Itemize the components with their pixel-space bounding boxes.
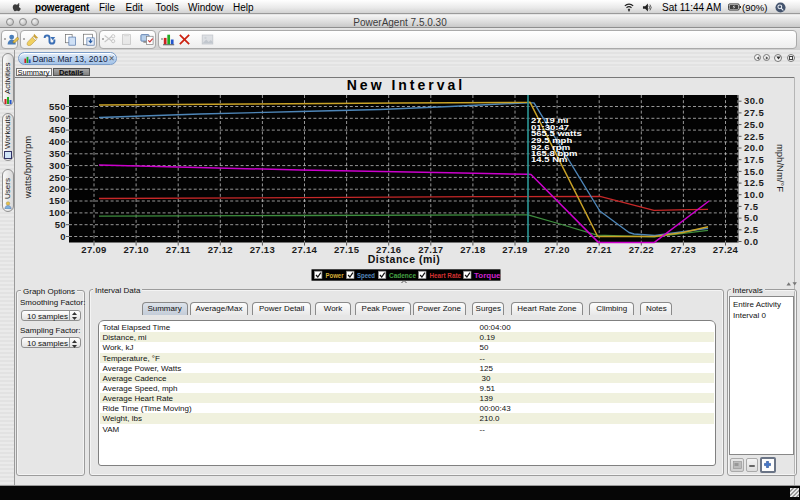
svg-text:20.0: 20.0 [744,142,764,153]
svg-text:27.20: 27.20 [544,244,569,255]
svg-text:Cadence: Cadence [389,271,416,280]
svg-text:27.16: 27.16 [376,244,401,255]
svg-text:10.0: 10.0 [744,189,764,200]
svg-text:watts/bpm/rpm: watts/bpm/rpm [22,136,33,199]
svg-text:27.14: 27.14 [292,244,318,255]
svg-text:27.12: 27.12 [208,244,233,255]
svg-text:7.5: 7.5 [744,201,759,212]
svg-text:Heart Rate: Heart Rate [430,271,462,280]
svg-text:2.5: 2.5 [744,224,759,235]
svg-text:150: 150 [49,195,66,206]
svg-text:15.0: 15.0 [744,166,764,177]
svg-text:27.10: 27.10 [123,244,148,255]
svg-text:Torque: Torque [474,271,501,280]
svg-text:350: 350 [49,148,66,159]
svg-text:27.09: 27.09 [81,244,106,255]
svg-text:25.0: 25.0 [744,119,764,130]
svg-text:50: 50 [55,219,66,230]
svg-text:250: 250 [49,172,66,183]
svg-text:450: 450 [49,124,66,135]
svg-text:400: 400 [49,136,66,147]
svg-text:27.15: 27.15 [334,244,360,255]
svg-text:12.5: 12.5 [744,177,764,188]
svg-text:Speed: Speed [357,271,375,280]
svg-text:27.23: 27.23 [671,244,696,255]
svg-text:New Interval: New Interval [347,77,465,93]
svg-text:22.5: 22.5 [744,131,764,142]
svg-text:27.18: 27.18 [460,244,485,255]
svg-text:550: 550 [49,101,66,112]
svg-text:27.19: 27.19 [502,244,527,255]
svg-text:mph/Nm/°F: mph/Nm/°F [775,144,786,192]
svg-text:Power: Power [326,271,344,280]
svg-text:200: 200 [49,183,66,194]
svg-text:300: 300 [49,160,66,171]
svg-text:27.17: 27.17 [418,244,443,255]
svg-text:Distance (mi): Distance (mi) [368,253,440,265]
svg-text:0: 0 [60,231,66,242]
svg-text:27.13: 27.13 [250,244,275,255]
svg-text:30.0: 30.0 [744,95,764,106]
svg-text:27.24: 27.24 [713,244,739,255]
svg-text:27.22: 27.22 [629,244,654,255]
svg-text:17.5: 17.5 [744,154,764,165]
svg-text:5.0: 5.0 [744,212,758,223]
svg-text:0.0: 0.0 [744,236,758,247]
svg-text:27.5: 27.5 [744,107,764,118]
svg-text:27.21: 27.21 [587,244,613,255]
svg-text:100: 100 [49,207,66,218]
svg-text:27.11: 27.11 [166,244,191,255]
svg-text:500: 500 [49,113,66,124]
